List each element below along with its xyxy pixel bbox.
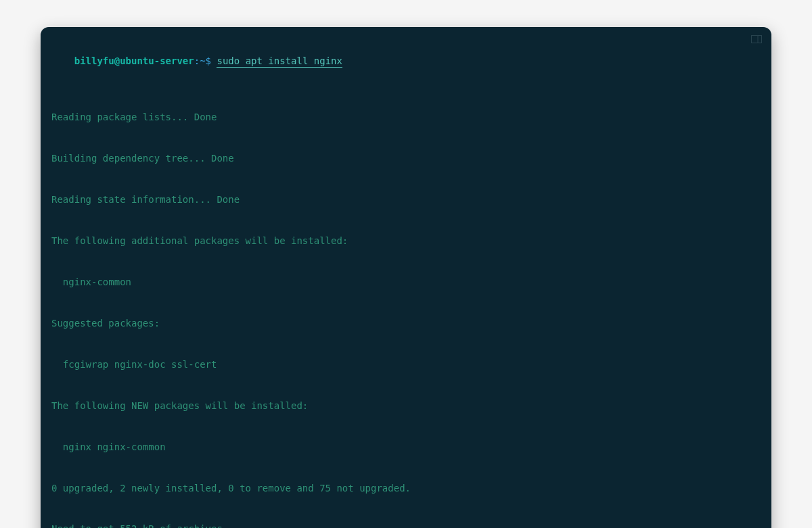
terminal-window[interactable]: billyfu@ubuntu-server:~$ sudo apt instal… xyxy=(41,27,771,528)
output-line: The following additional packages will b… xyxy=(51,234,761,247)
output-line: nginx-common xyxy=(51,275,761,289)
output-line: Reading package lists... Done xyxy=(51,110,761,124)
prompt-user-host: billyfu@ubuntu-server xyxy=(74,55,194,66)
prompt-command: sudo apt install nginx xyxy=(217,55,342,68)
svg-rect-0 xyxy=(752,36,762,43)
output-line: nginx nginx-common xyxy=(51,440,761,454)
output-line: The following NEW packages will be insta… xyxy=(51,399,761,412)
prompt-line: billyfu@ubuntu-server:~$ sudo apt instal… xyxy=(51,41,761,82)
output-line: Building dependency tree... Done xyxy=(51,151,761,165)
prompt-path: ~ xyxy=(200,55,205,66)
output-line: Need to get 552 kB of archives. xyxy=(51,522,761,528)
output-line: Reading state information... Done xyxy=(51,193,761,206)
prompt-symbol: $ xyxy=(206,55,211,66)
output-line: Suggested packages: xyxy=(51,316,761,330)
panes-icon xyxy=(751,35,762,43)
output-line: fcgiwrap nginx-doc ssl-cert xyxy=(51,358,761,371)
terminal-output: Reading package lists... Done Building d… xyxy=(51,83,761,528)
output-line: 0 upgraded, 2 newly installed, 0 to remo… xyxy=(51,481,761,495)
